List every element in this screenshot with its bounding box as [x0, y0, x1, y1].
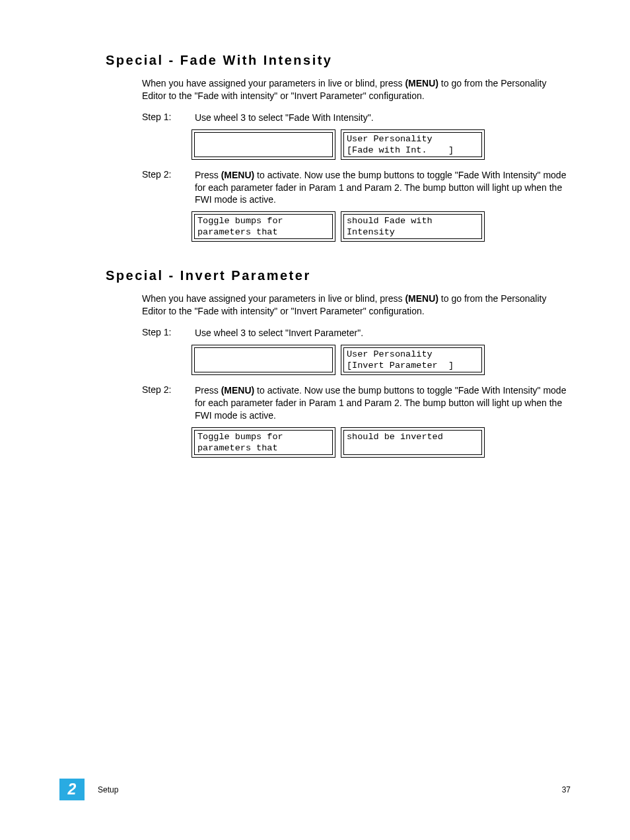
- lcd-inner: Toggle bumps for parameters that: [194, 214, 333, 239]
- heading-fade-with-intensity: Special - Fade With Intensity: [106, 53, 571, 68]
- lcd-inner: [194, 132, 333, 157]
- intro-text: When you have assigned your parameters i…: [142, 293, 405, 304]
- lcd-inner: [194, 347, 333, 372]
- lcd-inner: User Personality [Invert Parameter ]: [343, 347, 482, 372]
- chapter-badge: 2: [59, 779, 85, 800]
- step-text: Press: [195, 170, 221, 180]
- menu-key: (MENU): [221, 170, 255, 180]
- lcd-display-row: User Personality [Fade with Int. ]: [192, 129, 571, 160]
- step-body: Press (MENU) to activate. Now use the bu…: [195, 384, 571, 422]
- heading-invert-parameter: Special - Invert Parameter: [106, 268, 571, 283]
- page-number: 37: [562, 785, 571, 794]
- step-label: Step 2:: [142, 169, 195, 207]
- lcd-left: Toggle bumps for parameters that: [192, 427, 335, 458]
- lcd-left: [192, 345, 335, 375]
- step-label: Step 1:: [142, 112, 195, 124]
- step-text: Press: [195, 385, 221, 396]
- lcd-inner: should be inverted: [343, 430, 482, 455]
- step-row: Step 2: Press (MENU) to activate. Now us…: [142, 384, 571, 422]
- lcd-inner: Toggle bumps for parameters that: [194, 430, 333, 455]
- step-body: Use wheel 3 to select "Fade With Intensi…: [195, 112, 571, 124]
- lcd-right: should be inverted: [341, 427, 485, 458]
- lcd-display-row: User Personality [Invert Parameter ]: [192, 345, 571, 375]
- lcd-right: User Personality [Invert Parameter ]: [341, 345, 485, 375]
- step-row: Step 1: Use wheel 3 to select "Fade With…: [142, 112, 571, 124]
- intro-paragraph-a: When you have assigned your parameters i…: [142, 77, 571, 102]
- intro-text: When you have assigned your parameters i…: [142, 78, 405, 88]
- page-footer: 2 Setup 37: [0, 779, 630, 800]
- step-row: Step 2: Press (MENU) to activate. Now us…: [142, 169, 571, 207]
- lcd-display-row: Toggle bumps for parameters that should …: [192, 427, 571, 458]
- step-label: Step 1:: [142, 327, 195, 339]
- menu-key: (MENU): [405, 78, 438, 88]
- lcd-left: [192, 129, 335, 160]
- intro-paragraph-b: When you have assigned your parameters i…: [142, 293, 571, 318]
- lcd-left: Toggle bumps for parameters that: [192, 211, 335, 242]
- page-content: Special - Fade With Intensity When you h…: [0, 0, 630, 458]
- lcd-inner: User Personality [Fade with Int. ]: [343, 132, 482, 157]
- step-label: Step 2:: [142, 384, 195, 422]
- step-body: Press (MENU) to activate. Now use the bu…: [195, 169, 571, 207]
- step-row: Step 1: Use wheel 3 to select "Invert Pa…: [142, 327, 571, 339]
- step-body: Use wheel 3 to select "Invert Parameter"…: [195, 327, 571, 339]
- lcd-display-row: Toggle bumps for parameters that should …: [192, 211, 571, 242]
- lcd-right: User Personality [Fade with Int. ]: [341, 129, 485, 160]
- menu-key: (MENU): [405, 293, 438, 304]
- menu-key: (MENU): [221, 385, 255, 396]
- lcd-inner: should Fade with Intensity: [343, 214, 482, 239]
- footer-section-name: Setup: [98, 785, 118, 794]
- lcd-right: should Fade with Intensity: [341, 211, 485, 242]
